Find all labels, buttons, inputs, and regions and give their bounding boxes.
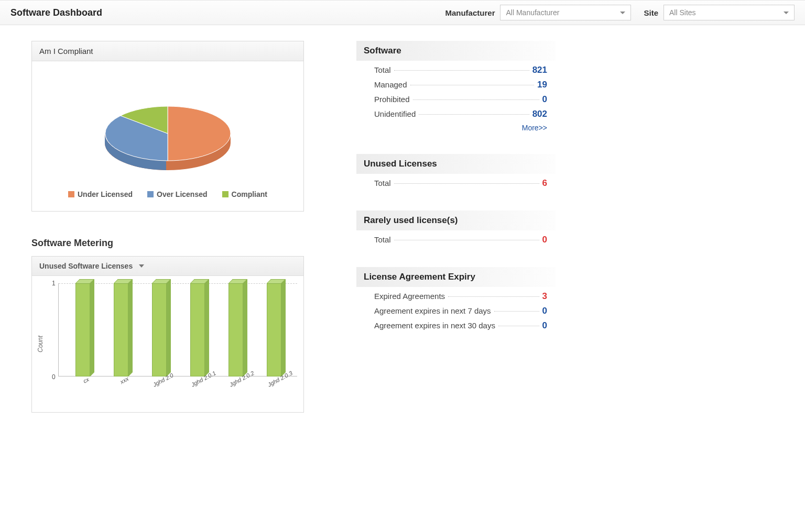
bar-ytick: 0 — [52, 373, 56, 381]
unused-row[interactable]: Total6 — [365, 174, 547, 189]
metering-card: Unused Software Licenses Count 1 0 cxxxx… — [31, 256, 304, 413]
stat-label: Total — [374, 235, 391, 244]
stat-value: 3 — [542, 291, 547, 302]
legend-over-licensed[interactable]: Over Licensed — [147, 190, 208, 198]
metering-bar-chart: Count 1 0 cxxxxJghd 2.0Jghd 2.0.1Jghd 2.… — [32, 276, 303, 412]
software-row[interactable]: Unidentified802 — [365, 105, 547, 119]
rarely-row[interactable]: Total0 — [365, 230, 547, 245]
swatch-icon — [68, 191, 74, 197]
compliance-pie-chart — [89, 86, 246, 175]
bar-ytick: 1 — [52, 280, 56, 287]
software-row[interactable]: Prohibited0 — [365, 90, 547, 105]
metering-heading: Software Metering — [31, 238, 304, 249]
stat-value: 6 — [542, 178, 547, 189]
unused-summary-title: Unused Licenses — [356, 154, 556, 174]
stat-value: 802 — [532, 109, 547, 119]
software-summary: Software Total821Managed19Prohibited0Uni… — [356, 41, 556, 132]
bar[interactable] — [267, 283, 284, 376]
top-bar: Software Dashboard Manufacturer All Manu… — [0, 0, 805, 25]
bar[interactable] — [229, 283, 245, 376]
dots-divider — [413, 99, 539, 100]
stat-label: Expired Agreements — [374, 292, 445, 301]
stat-label: Agreement expires in next 7 days — [374, 306, 491, 315]
dots-divider — [498, 326, 539, 326]
swatch-icon — [147, 191, 154, 197]
dots-divider — [419, 114, 529, 115]
expiry-summary: License Agreement Expiry Expired Agreeme… — [356, 267, 556, 331]
bar[interactable] — [190, 283, 207, 376]
stat-value: 0 — [542, 94, 547, 105]
manufacturer-value: All Manufacturer — [506, 8, 559, 17]
bar-ylabel: Count — [37, 336, 44, 352]
dots-divider — [394, 240, 539, 240]
chevron-down-icon — [139, 264, 144, 268]
stat-label: Total — [374, 179, 391, 187]
software-row[interactable]: Total821 — [365, 61, 547, 75]
stat-label: Managed — [374, 80, 407, 89]
stat-value: 19 — [537, 80, 547, 90]
dots-divider — [394, 70, 529, 71]
dots-divider — [494, 311, 539, 312]
manufacturer-label: Manufacturer — [445, 8, 495, 17]
site-dropdown[interactable]: All Sites — [663, 5, 795, 20]
stat-label: Unidentified — [374, 109, 416, 118]
chevron-down-icon — [784, 12, 789, 14]
bar[interactable] — [152, 283, 169, 376]
compliance-legend: Under Licensed Over Licensed Compliant — [38, 184, 297, 206]
stat-value: 821 — [532, 65, 547, 75]
bar[interactable] — [114, 283, 130, 376]
chevron-down-icon — [620, 12, 625, 14]
compliance-card: Am I Compliant — [31, 41, 304, 212]
rarely-summary-title: Rarely used license(s) — [356, 210, 556, 230]
stat-label: Agreement expires in next 30 days — [374, 321, 495, 330]
stat-label: Total — [374, 65, 391, 74]
dots-divider — [448, 296, 539, 297]
expiry-summary-title: License Agreement Expiry — [356, 267, 556, 287]
metering-dropdown-label: Unused Software Licenses — [39, 262, 133, 270]
stat-label: Prohibited — [374, 95, 410, 104]
legend-compliant[interactable]: Compliant — [222, 190, 267, 198]
rarely-summary: Rarely used license(s) Total0 — [356, 210, 556, 245]
stat-value: 0 — [542, 235, 547, 245]
legend-under-licensed[interactable]: Under Licensed — [68, 190, 133, 198]
bar[interactable] — [75, 283, 92, 376]
expiry-row[interactable]: Agreement expires in next 7 days0 — [365, 302, 547, 316]
software-summary-title: Software — [356, 41, 556, 61]
dots-divider — [394, 183, 539, 184]
software-row[interactable]: Managed19 — [365, 75, 547, 90]
page-title: Software Dashboard — [10, 7, 102, 18]
expiry-row[interactable]: Expired Agreements3 — [365, 287, 547, 302]
swatch-icon — [222, 191, 229, 197]
expiry-row[interactable]: Agreement expires in next 30 days0 — [365, 316, 547, 331]
site-label: Site — [644, 8, 658, 17]
stat-value: 0 — [542, 320, 547, 331]
software-more-link[interactable]: More>> — [522, 124, 547, 132]
stat-value: 0 — [542, 306, 547, 316]
dots-divider — [410, 85, 535, 85]
site-value: All Sites — [669, 8, 696, 17]
metering-dropdown[interactable]: Unused Software Licenses — [32, 257, 303, 276]
unused-summary: Unused Licenses Total6 — [356, 154, 556, 189]
manufacturer-dropdown[interactable]: All Manufacturer — [500, 5, 631, 20]
compliance-card-title: Am I Compliant — [32, 41, 303, 61]
